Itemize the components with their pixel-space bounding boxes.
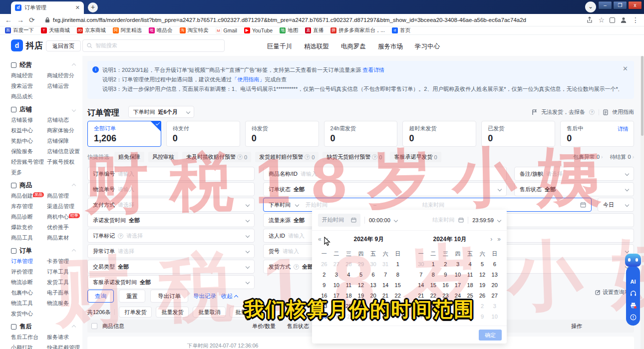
sidebar-item[interactable]: 店铺装修 bbox=[11, 116, 47, 124]
sidebar-item[interactable]: 发货工具 bbox=[47, 279, 82, 286]
scrollbar[interactable] bbox=[641, 56, 644, 349]
batch-button[interactable]: 批量取消 bbox=[193, 307, 226, 318]
sidebar-item[interactable]: 订单管理 bbox=[11, 258, 47, 265]
batch-button[interactable]: 打单发货 bbox=[119, 307, 152, 318]
day-cell[interactable]: 14 bbox=[379, 281, 392, 290]
batch-button[interactable]: 批量免运费 bbox=[230, 307, 268, 318]
sidebar-item[interactable]: 订单工具 bbox=[47, 268, 82, 276]
new-tab-button[interactable]: + bbox=[88, 2, 98, 12]
sidebar-item[interactable]: 商城经营分 bbox=[47, 72, 82, 79]
sidebar-item[interactable]: 包裹中心 bbox=[11, 289, 47, 297]
day-cell[interactable]: 26 bbox=[476, 292, 489, 300]
day-cell[interactable]: 15 bbox=[427, 281, 440, 290]
sidebar-item[interactable]: 商机中心旺季 bbox=[47, 213, 82, 221]
day-cell[interactable]: 8 bbox=[464, 313, 476, 321]
order-time-filter-select[interactable]: 下单时间 近6个月 bbox=[128, 106, 194, 118]
day-cell[interactable]: 6 bbox=[439, 313, 452, 321]
stat-card[interactable]: 超时未发货0 bbox=[402, 121, 476, 147]
sidebar-item[interactable]: 电子面单 bbox=[47, 289, 82, 297]
day-cell[interactable]: 2 bbox=[439, 260, 452, 269]
sidebar-item[interactable]: 优价推手 bbox=[47, 224, 82, 231]
product-name-input[interactable]: 商品名称/ID请输入 bbox=[263, 167, 507, 181]
sidebar-item[interactable]: 奖励中心 bbox=[11, 137, 47, 145]
pay-method-select[interactable]: 支付方式请选择 bbox=[87, 198, 255, 212]
day-cell[interactable]: 22 bbox=[391, 292, 404, 300]
day-cell[interactable]: 7 bbox=[452, 313, 464, 321]
day-cell[interactable]: 15 bbox=[391, 281, 404, 290]
detail-link[interactable]: 详情 bbox=[618, 125, 629, 133]
day-cell[interactable]: 25 bbox=[342, 302, 355, 311]
search-input[interactable]: 智能搜索 bbox=[82, 39, 225, 52]
day-cell[interactable]: 16 bbox=[318, 292, 330, 300]
sidebar-item[interactable]: 店铺运营 bbox=[47, 82, 82, 90]
time-type-select[interactable]: 下单时间 bbox=[269, 201, 291, 209]
day-cell[interactable]: 30 bbox=[415, 260, 427, 269]
today-select[interactable]: 今日 bbox=[598, 198, 634, 212]
sidebar-item[interactable]: 库存管理 bbox=[11, 203, 47, 210]
browser-tab[interactable]: d 订单管理 ✕ bbox=[11, 1, 84, 14]
sidebar-section-header[interactable]: 售后 bbox=[0, 318, 82, 334]
close-button[interactable]: x bbox=[628, 1, 642, 9]
export-log-link[interactable]: 导出记录 bbox=[193, 293, 216, 300]
day-cell[interactable]: 10 bbox=[488, 313, 501, 321]
bookmark-item[interactable]: ▶YouTube bbox=[244, 27, 273, 33]
day-cell[interactable]: 4 bbox=[415, 313, 427, 321]
bookmark-item[interactable]: 地地图 bbox=[280, 27, 298, 34]
day-cell[interactable]: 2 bbox=[476, 302, 489, 311]
next-month-icon[interactable]: › bbox=[490, 236, 492, 243]
day-cell[interactable]: 19 bbox=[476, 281, 489, 290]
day-cell[interactable]: 9 bbox=[318, 281, 330, 290]
back-icon[interactable]: ← bbox=[5, 16, 12, 24]
day-cell[interactable]: 12 bbox=[476, 271, 489, 279]
sidebar-item[interactable]: 发货中心 bbox=[11, 310, 47, 318]
stat-card[interactable]: 售后中0详情 bbox=[560, 121, 634, 147]
day-cell[interactable]: 18 bbox=[464, 281, 476, 290]
forward-icon[interactable]: → bbox=[17, 16, 24, 24]
day-cell[interactable]: 28 bbox=[379, 302, 392, 311]
sidebar-item[interactable]: 经营账号管理 bbox=[11, 158, 47, 166]
sidebar-item[interactable]: 物流工具 bbox=[11, 300, 47, 307]
headset-icon[interactable] bbox=[630, 290, 637, 297]
back-home-button[interactable]: 返回首页 bbox=[46, 40, 81, 51]
promise-ship-select[interactable]: 承诺发货时间全部 bbox=[87, 213, 255, 227]
day-cell[interactable]: 3 bbox=[330, 271, 343, 279]
day-cell[interactable]: 11 bbox=[464, 271, 476, 279]
day-cell[interactable]: 16 bbox=[439, 281, 452, 290]
ai-button[interactable]: AI bbox=[631, 279, 636, 285]
sidebar-panel-icon[interactable] bbox=[610, 17, 615, 23]
sidebar-item[interactable]: 渠道品管理 bbox=[47, 203, 82, 210]
sidebar-item[interactable]: 小额打款 bbox=[11, 344, 47, 349]
day-cell[interactable]: 1 bbox=[427, 260, 440, 269]
day-cell[interactable]: 8 bbox=[427, 271, 440, 279]
day-cell[interactable]: 31 bbox=[379, 260, 392, 269]
day-cell[interactable]: 17 bbox=[452, 281, 464, 290]
sidebar-item[interactable]: 店铺信息设置 bbox=[47, 148, 82, 155]
bookmark-item[interactable]: JD京东商城 bbox=[77, 27, 106, 34]
day-cell[interactable]: 2 bbox=[342, 313, 355, 321]
order-mark-select[interactable]: 订单标记?请选择 bbox=[87, 229, 255, 243]
assistant-robot-avatar[interactable] bbox=[625, 254, 641, 267]
day-cell[interactable]: 6 bbox=[488, 260, 501, 269]
sidebar-item[interactable]: 物流服务 bbox=[47, 300, 82, 307]
day-cell[interactable]: 27 bbox=[330, 260, 343, 269]
day-cell[interactable]: 25 bbox=[464, 292, 476, 300]
day-cell[interactable]: 21 bbox=[379, 292, 392, 300]
confirm-button[interactable]: 确定 bbox=[479, 330, 502, 341]
day-cell[interactable]: 13 bbox=[367, 281, 379, 290]
sidebar-section-header[interactable]: 店铺 bbox=[0, 100, 82, 116]
day-cell[interactable]: 23 bbox=[439, 292, 452, 300]
day-cell[interactable]: 9 bbox=[476, 313, 489, 321]
sidebar-item[interactable]: 店铺动态 bbox=[47, 116, 82, 124]
next-year-icon[interactable]: » bbox=[497, 236, 501, 243]
day-cell[interactable]: 6 bbox=[391, 313, 404, 321]
day-cell[interactable]: 13 bbox=[488, 271, 501, 279]
sidebar-item[interactable]: 搜索运营 bbox=[11, 82, 47, 90]
sidebar-item[interactable]: 服务请求 bbox=[47, 334, 82, 341]
top-nav-item[interactable]: 电商罗盘 bbox=[341, 42, 366, 51]
day-cell[interactable]: 9 bbox=[439, 271, 452, 279]
top-nav-item[interactable]: 学习中心 bbox=[415, 42, 440, 51]
tracking-no-input[interactable]: 物流单号请输入 bbox=[87, 182, 255, 196]
day-cell[interactable]: 28 bbox=[342, 260, 355, 269]
minimize-button[interactable]: – bbox=[598, 1, 612, 9]
day-cell[interactable]: 19 bbox=[355, 292, 367, 300]
